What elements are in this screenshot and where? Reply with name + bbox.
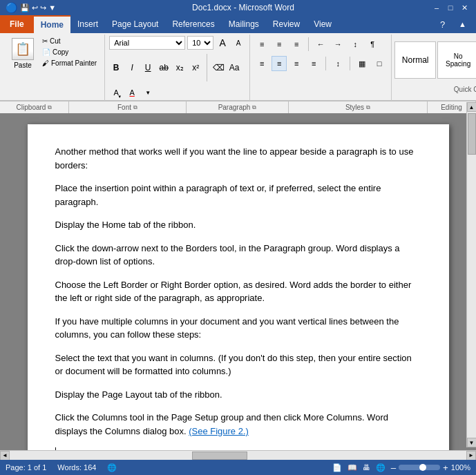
- view-print-button[interactable]: 🖶: [363, 463, 370, 472]
- font-group-content: Arial 10 A A B I U ab x₂ x²: [109, 36, 245, 101]
- zoom-slider[interactable]: [399, 465, 440, 470]
- hscroll-right-button[interactable]: ►: [466, 451, 476, 461]
- clear-format-button[interactable]: ⌫: [211, 61, 225, 75]
- cut-button[interactable]: ✂ Cut: [39, 36, 100, 46]
- cut-icon: ✂: [42, 37, 48, 45]
- font-color-row: A▼ A ▼: [109, 86, 155, 99]
- tab-home[interactable]: Home: [34, 15, 70, 33]
- maximize-button[interactable]: □: [444, 2, 457, 13]
- close-button[interactable]: ✕: [458, 2, 470, 13]
- grow-font-button[interactable]: A: [216, 36, 229, 50]
- align-right-button[interactable]: ≡: [289, 56, 304, 71]
- help-button[interactable]: ?: [433, 15, 452, 33]
- minimize-button[interactable]: –: [430, 2, 443, 13]
- doc-scroll-area[interactable]: Another method that works well if you wa…: [0, 113, 476, 450]
- shading-button[interactable]: ▦: [354, 56, 370, 71]
- justify-button[interactable]: ≡: [306, 56, 321, 71]
- italic-button[interactable]: I: [125, 61, 139, 75]
- page-count: Page: 1 of 1: [6, 463, 46, 472]
- scroll-thumb[interactable]: [468, 113, 476, 155]
- show-hide-button[interactable]: ¶: [365, 37, 380, 52]
- para-7: Select the text that you want in columns…: [55, 351, 421, 378]
- font-color-dropdown[interactable]: ▼: [141, 86, 155, 99]
- tab-references[interactable]: References: [165, 15, 221, 33]
- status-right: 📄 📖 🖶 🌐 – + 100%: [332, 463, 470, 473]
- tab-review[interactable]: Review: [266, 15, 307, 33]
- font-color-button[interactable]: A: [125, 86, 139, 99]
- word-icon: 🔵: [6, 2, 17, 13]
- font-name-select[interactable]: Arial: [109, 36, 185, 50]
- font-name-row: Arial 10 A A: [109, 36, 245, 50]
- decrease-indent-button[interactable]: ←: [313, 37, 328, 52]
- zoom-plus-button[interactable]: +: [443, 463, 448, 473]
- style-normal[interactable]: Normal: [394, 41, 436, 79]
- horizontal-scrollbar[interactable]: ◄ ►: [0, 450, 476, 460]
- quick-change-label: Quick Change: [454, 86, 476, 93]
- shrink-font-button[interactable]: A: [231, 36, 245, 50]
- para-3: Display the Home tab of the ribbon.: [55, 218, 421, 232]
- hscroll-left-button[interactable]: ◄: [0, 451, 10, 461]
- text-highlight-button[interactable]: A▼: [109, 86, 123, 99]
- window-controls: – □ ✕: [430, 2, 470, 13]
- line-spacing-button[interactable]: ↕: [330, 56, 345, 71]
- figure-link[interactable]: (See Figure 2.): [189, 426, 249, 436]
- copy-icon: 📄: [42, 48, 50, 56]
- multilevel-button[interactable]: ≡: [289, 37, 304, 52]
- bullets-button[interactable]: ≡: [254, 37, 269, 52]
- font-format-row: B I U ab x₂ x² ⌫ Aa: [109, 52, 241, 83]
- font-expander[interactable]: ⧉: [133, 104, 137, 111]
- align-left-button[interactable]: ≡: [254, 56, 269, 71]
- view-web-button[interactable]: 🌐: [376, 463, 385, 472]
- main-area: Another method that works well if you wa…: [0, 113, 476, 460]
- style-no-spacing[interactable]: No Spacing: [437, 41, 476, 79]
- copy-label: Copy: [53, 48, 68, 56]
- tab-mailings[interactable]: Mailings: [222, 15, 266, 33]
- para-5: Choose the Left Border or Right Border o…: [55, 278, 421, 305]
- para-4: Click the down-arrow next to the Borders…: [55, 242, 421, 269]
- vertical-scrollbar[interactable]: ▲ ▼: [466, 113, 476, 447]
- tab-page-layout[interactable]: Page Layout: [105, 15, 165, 33]
- format-painter-label: Format Painter: [51, 59, 97, 67]
- superscript-button[interactable]: x²: [189, 61, 202, 75]
- styles-expander[interactable]: ⧉: [366, 104, 370, 111]
- ribbon-collapse-button[interactable]: ▲: [452, 15, 473, 33]
- numbering-button[interactable]: ≡: [272, 37, 287, 52]
- title-bar: 🔵 💾 ↩ ↪ ▼ Doc1.docx - Microsoft Word – □…: [0, 0, 476, 15]
- format-painter-icon: 🖌: [42, 59, 49, 67]
- scroll-down-button[interactable]: ▼: [467, 438, 477, 447]
- editing-group-label: Editing: [441, 104, 462, 111]
- increase-indent-button[interactable]: →: [330, 37, 345, 52]
- copy-button[interactable]: 📄 Copy: [39, 47, 100, 57]
- underline-button[interactable]: U: [141, 61, 155, 75]
- zoom-level: 100%: [451, 463, 470, 472]
- para-6: If you have multiple columns in your doc…: [55, 315, 421, 342]
- align-center-button[interactable]: ≡: [272, 56, 287, 71]
- hscroll-thumb[interactable]: [192, 452, 247, 460]
- hscroll-track[interactable]: [10, 451, 466, 461]
- font-size-select[interactable]: 10: [187, 36, 213, 50]
- font-group: Arial 10 A A B I U ab x₂ x²: [105, 35, 250, 102]
- paragraph-row2: ≡ ≡ ≡ ≡ ↕ ▦ □: [254, 55, 387, 72]
- view-reading-button[interactable]: 📖: [348, 463, 357, 472]
- view-normal-button[interactable]: 📄: [332, 463, 342, 472]
- sort-button[interactable]: ↕: [348, 37, 363, 52]
- tab-file[interactable]: File: [0, 15, 34, 33]
- cursor-para: [55, 447, 421, 450]
- paste-button[interactable]: 📋 Paste: [7, 36, 39, 71]
- paragraph-group: ≡ ≡ ≡ ← → ↕ ¶ ≡ ≡ ≡ ≡: [250, 35, 392, 102]
- clipboard-expander[interactable]: ⧉: [48, 104, 52, 111]
- ribbon: 📋 Paste ✂ Cut 📄 Copy 🖌 Format: [0, 33, 476, 101]
- doc-page[interactable]: Another method that works well if you wa…: [28, 124, 449, 450]
- clipboard-group-label: Clipboard: [17, 104, 46, 111]
- tab-insert[interactable]: Insert: [70, 15, 105, 33]
- paste-icon: 📋: [12, 38, 34, 60]
- change-case-button[interactable]: Aa: [227, 61, 241, 75]
- borders-button[interactable]: □: [372, 56, 387, 71]
- tab-view[interactable]: View: [307, 15, 339, 33]
- bold-button[interactable]: B: [109, 61, 123, 75]
- format-painter-button[interactable]: 🖌 Format Painter: [39, 58, 100, 68]
- subscript-button[interactable]: x₂: [173, 61, 187, 75]
- strikethrough-button[interactable]: ab: [157, 61, 171, 75]
- paragraph-expander[interactable]: ⧉: [252, 104, 256, 111]
- zoom-minus-button[interactable]: –: [391, 463, 396, 473]
